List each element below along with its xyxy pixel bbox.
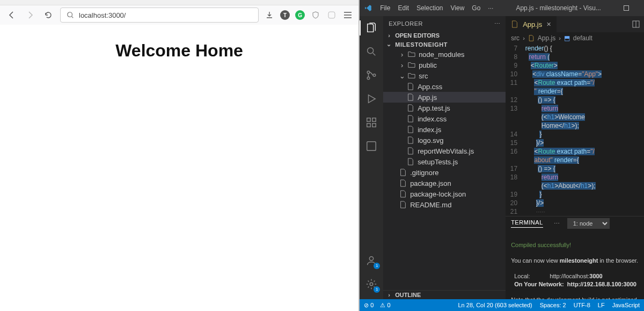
file-index-js[interactable]: index.js <box>383 124 506 135</box>
file-package-lock-json[interactable]: package-lock.json <box>383 189 506 199</box>
svg-point-6 <box>373 74 376 77</box>
terminal-tab[interactable]: TERMINAL <box>511 219 543 228</box>
status-encoding[interactable]: UTF-8 <box>574 302 590 308</box>
url-bar[interactable] <box>60 8 259 23</box>
browser-window: T G Welcome Home <box>0 0 360 311</box>
svg-point-13 <box>370 283 373 286</box>
outline-header[interactable]: ›OUTLINE <box>383 290 506 299</box>
browser-viewport: Welcome Home <box>0 25 358 311</box>
status-warnings[interactable]: ⚠ 0 <box>380 302 390 309</box>
file-gitignore[interactable]: .gitignore <box>383 167 506 178</box>
status-language[interactable]: JavaScript <box>612 302 640 308</box>
search-icon <box>65 10 76 20</box>
vscode-logo-icon <box>364 4 372 12</box>
status-eol[interactable]: LF <box>598 302 605 308</box>
file-readme[interactable]: README.md <box>383 199 506 210</box>
sidebar: EXPLORER ⋯ ›OPEN EDITORS ⌄MILESTONEIGHT … <box>383 16 506 299</box>
titlebar: File Edit Selection View Go ··· App.js -… <box>360 0 644 16</box>
open-editors-header[interactable]: ›OPEN EDITORS <box>383 31 506 40</box>
run-debug-icon[interactable] <box>364 91 379 106</box>
search-activity-icon[interactable] <box>364 44 379 59</box>
terminal-panel: TERMINAL ⋯ 1: node Compiled successfully… <box>506 216 644 299</box>
file-package-json[interactable]: package.json <box>383 178 506 189</box>
svg-point-0 <box>68 12 72 17</box>
extension-dot-2[interactable] <box>326 10 337 20</box>
explorer-icon[interactable] <box>364 20 379 35</box>
source-control-icon[interactable] <box>364 68 379 83</box>
project-header[interactable]: ⌄MILESTONEIGHT <box>383 40 506 49</box>
extension-dot-1[interactable]: T <box>280 10 290 20</box>
window-title: App.js - milestoneight - Visu... <box>501 4 616 12</box>
reload-button[interactable] <box>42 9 55 21</box>
browser-toolbar: T G <box>0 5 358 25</box>
page-heading: Welcome Home <box>115 41 243 311</box>
activity-bar: 1 1 <box>360 16 383 299</box>
menu-go[interactable]: Go <box>472 4 480 12</box>
vscode-window: File Edit Selection View Go ··· App.js -… <box>360 0 644 311</box>
code-lines: render() { return ( <Router> <div classN… <box>522 44 644 216</box>
svg-point-5 <box>367 77 370 79</box>
terminal-output[interactable]: Compiled successfully! You can now view … <box>506 230 644 299</box>
svg-rect-10 <box>372 118 376 121</box>
extension-grammarly-icon[interactable]: G <box>295 10 305 20</box>
gutter: 789101112131415161718192021222324252627 <box>506 44 522 216</box>
settings-gear-icon[interactable]: 1 <box>364 277 379 292</box>
shield-icon[interactable] <box>310 10 321 20</box>
svg-rect-7 <box>367 118 370 121</box>
accounts-icon[interactable]: 1 <box>364 253 379 268</box>
panel-more-icon[interactable]: ⋯ <box>554 220 560 227</box>
svg-rect-8 <box>367 124 370 127</box>
terminal-select[interactable]: 1: node <box>567 218 610 229</box>
editor-area: App.js ✕ src› App.js› ⬒default 789101112… <box>506 16 644 299</box>
menu-file[interactable]: File <box>380 4 390 12</box>
forward-button[interactable] <box>24 9 36 21</box>
custom-view-icon[interactable] <box>364 139 379 154</box>
file-report-web-vitals[interactable]: reportWebVitals.js <box>383 146 506 156</box>
svg-rect-11 <box>367 142 376 151</box>
folder-public[interactable]: ›public <box>383 60 506 70</box>
status-spaces[interactable]: Spaces: 2 <box>540 302 566 308</box>
menu-edit[interactable]: Edit <box>398 4 409 12</box>
explorer-label: EXPLORER <box>389 20 423 27</box>
svg-point-4 <box>367 71 370 74</box>
hamburger-menu-icon[interactable] <box>342 10 353 20</box>
svg-point-12 <box>369 257 373 261</box>
editor-tabs: App.js ✕ <box>506 16 644 32</box>
file-tree: ›node_modules ›public ⌄src App.css App.j… <box>383 49 506 210</box>
svg-point-3 <box>368 48 374 54</box>
file-index-css[interactable]: index.css <box>383 113 506 124</box>
breadcrumb[interactable]: src› App.js› ⬒default <box>506 32 644 44</box>
folder-src[interactable]: ⌄src <box>383 70 506 81</box>
back-button[interactable] <box>5 9 18 21</box>
close-tab-icon[interactable]: ✕ <box>546 21 551 28</box>
window-maximize-icon[interactable] <box>624 5 640 11</box>
menu-bar: File Edit Selection View Go ··· <box>380 4 493 12</box>
code-editor[interactable]: 789101112131415161718192021222324252627 … <box>506 44 644 216</box>
url-input[interactable] <box>79 11 254 19</box>
svg-rect-1 <box>328 12 335 18</box>
menu-selection[interactable]: Selection <box>416 4 443 12</box>
download-icon[interactable] <box>264 10 275 20</box>
menu-more[interactable]: ··· <box>488 4 493 12</box>
file-app-js[interactable]: App.js <box>383 92 506 103</box>
sidebar-more-icon[interactable]: ⋯ <box>494 20 501 27</box>
file-app-test-js[interactable]: App.test.js <box>383 103 506 113</box>
browser-tabstrip <box>0 0 358 5</box>
tab-app-js[interactable]: App.js ✕ <box>506 16 557 32</box>
file-logo-svg[interactable]: logo.svg <box>383 135 506 146</box>
file-setup-tests[interactable]: setupTests.js <box>383 156 506 167</box>
status-bar: ⊘ 0 ⚠ 0 Ln 28, Col 20 (603 selected) Spa… <box>360 299 644 311</box>
svg-rect-2 <box>624 6 629 11</box>
menu-view[interactable]: View <box>451 4 465 12</box>
status-errors[interactable]: ⊘ 0 <box>364 302 374 309</box>
extensions-icon[interactable] <box>364 115 379 130</box>
file-app-css[interactable]: App.css <box>383 81 506 92</box>
folder-node-modules[interactable]: ›node_modules <box>383 49 506 60</box>
svg-rect-9 <box>372 124 376 127</box>
status-cursor[interactable]: Ln 28, Col 20 (603 selected) <box>458 302 532 308</box>
editor-layout-icon[interactable] <box>632 20 640 28</box>
